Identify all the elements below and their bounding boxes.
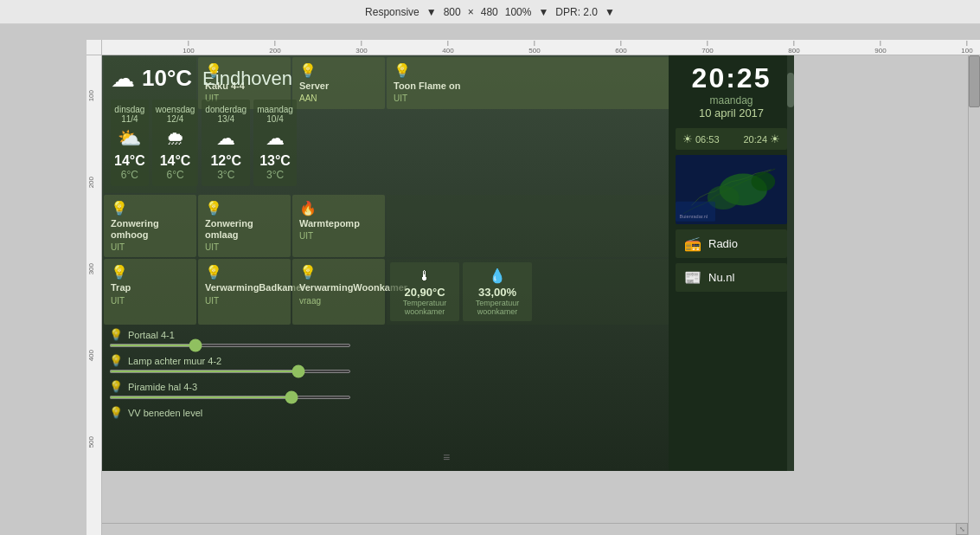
sunrise-time: 06:53 [695, 134, 720, 145]
radio-label: Radio [708, 237, 738, 250]
day-4-icon: ☁ [257, 127, 293, 150]
zoom-dropdown-icon[interactable]: ▼ [538, 6, 548, 18]
radio-widget[interactable]: 📻 Radio [676, 229, 787, 258]
humidity-value: 33,00% [478, 286, 516, 299]
day-3-low: 3°C [205, 169, 247, 181]
day-4-low: 3°C [257, 169, 293, 181]
flame-icon: 🔥 [299, 200, 317, 216]
bulb-icon-2: 💡 [299, 62, 317, 79]
zoom-value: 100% [505, 6, 532, 18]
sunset-icon: ☀ [770, 132, 780, 145]
day-3-date: 13/4 [205, 114, 247, 124]
tile-zonwering-omhoog[interactable]: 💡 Zonwering omhoog UIT [104, 195, 196, 257]
dimension-separator: × [468, 6, 474, 18]
day-2-date: 12/4 [156, 114, 195, 124]
slider-vv-label: VV beneden level [128, 408, 202, 418]
sunset-display: 20:24 ☀ [743, 132, 780, 145]
slider-portaal-input[interactable] [109, 344, 351, 347]
browser-toolbar: Responsive ▼ 800 × 480 100% ▼ DPR: 2.0 ▼ [0, 0, 980, 24]
tile-verwarming-woonkamer[interactable]: 💡 VerwarmingWoonkamer vraag [292, 259, 385, 325]
bulb-icon: 💡 [205, 62, 222, 79]
slider-lamp-input[interactable] [109, 370, 351, 373]
day-3-icon: ☁ [205, 127, 247, 150]
weather-day-2[interactable]: woensdag 12/4 🌧 14°C 6°C [152, 100, 199, 186]
app-content: 💡 Kaku 4-4 UIT 💡 Server AAN 💡 Toon Flame… [102, 55, 794, 471]
weather-day-1[interactable]: dinsdag 11/4 ⛅ 14°C 6°C [111, 100, 149, 186]
ruler-horizontal: 100 200 300 400 500 600 700 800 900 100 [102, 40, 980, 55]
right-panel: 20:25 maandag 10 april 2017 ☀ 06:53 20:2… [669, 55, 794, 471]
day-1-icon: ⛅ [114, 127, 145, 150]
day-3-high: 12°C [205, 153, 247, 169]
canvas-scrollbar-h[interactable] [102, 523, 968, 535]
weather-day-3[interactable]: donderdag 13/4 ☁ 12°C 3°C [202, 100, 250, 186]
weather-map-svg: Buienradar.nl [676, 155, 787, 224]
tile-server[interactable]: 💡 Server AAN [292, 57, 385, 109]
bulb-icon-s1: 💡 [109, 328, 123, 341]
humidity-icon: 💧 [489, 268, 506, 284]
map-widget[interactable]: Buienradar.nl [676, 155, 787, 224]
day-4-name: maandag [257, 105, 293, 114]
day-1-high: 14°C [114, 153, 145, 169]
bulb-icon-7: 💡 [205, 264, 222, 280]
slider-piramide-input[interactable] [109, 396, 351, 399]
news-icon: 📰 [684, 269, 701, 286]
weather-days: dinsdag 11/4 ⛅ 14°C 6°C woensdag 12/4 🌧 … [111, 100, 189, 186]
clock-day: maandag [676, 94, 787, 106]
weather-current: ☁ 10°C Eindhoven [111, 64, 189, 93]
sensor-temperature[interactable]: 🌡 20,90°C Temperatuurwoonkamer [390, 262, 459, 321]
day-2-name: woensdag [156, 105, 195, 114]
ruler-corner [86, 40, 102, 55]
tile-zonwering-omlaag[interactable]: 💡 Zonwering omlaag UIT [198, 195, 291, 257]
clock-display: 20:25 maandag 10 april 2017 [676, 62, 787, 119]
radio-icon: 📻 [684, 235, 701, 252]
tile-trap[interactable]: 💡 Trap UIT [104, 259, 196, 325]
app-frame: 💡 Kaku 4-4 UIT 💡 Server AAN 💡 Toon Flame… [102, 55, 794, 471]
temp-value: 20,90°C [404, 286, 445, 299]
tile-verwarming-badkamer[interactable]: 💡 VerwarmingBadkamer UIT [198, 259, 291, 325]
sunrise-display: ☀ 06:53 [682, 132, 720, 145]
news-widget[interactable]: 📰 Nu.nl [676, 263, 787, 292]
bulb-icon-4: 💡 [111, 200, 128, 216]
tile-warmtepomp[interactable]: 🔥 Warmtepomp UIT [292, 195, 385, 257]
clock-date: 10 april 2017 [676, 106, 787, 119]
dpr-value: DPR: 2.0 [555, 6, 598, 18]
day-2-low: 6°C [156, 169, 195, 181]
svg-point-3 [752, 172, 776, 191]
responsive-label: Responsive [365, 6, 420, 18]
scroll-indicator: ≡ [443, 450, 453, 464]
width-value: 800 [444, 6, 461, 18]
bulb-icon-5: 💡 [205, 200, 222, 216]
bulb-icon-s4: 💡 [109, 406, 123, 419]
day-3-name: donderdag [205, 105, 247, 114]
resize-handle[interactable]: ⤡ [956, 523, 968, 535]
day-2-high: 14°C [156, 153, 195, 169]
temp-label: Temperatuurwoonkamer [403, 299, 447, 316]
bulb-icon-3: 💡 [394, 62, 411, 79]
svg-text:Buienradar.nl: Buienradar.nl [680, 214, 708, 219]
sun-info: ☀ 06:53 20:24 ☀ [676, 128, 787, 150]
day-4-date: 10/4 [257, 114, 293, 124]
sunset-time: 20:24 [743, 134, 767, 145]
weather-day-4[interactable]: maandag 10/4 ☁ 13°C 3°C [253, 100, 297, 186]
clock-time: 20:25 [676, 62, 787, 94]
humidity-label: Temperatuurwoonkamer [476, 299, 520, 316]
day-4-high: 13°C [257, 153, 293, 169]
day-1-name: dinsdag [114, 105, 145, 114]
bulb-icon-s2: 💡 [109, 354, 123, 367]
weather-icon: ☁ [111, 64, 135, 93]
app-scrollbar[interactable] [787, 55, 794, 471]
dpr-dropdown-icon[interactable]: ▼ [605, 6, 615, 18]
bulb-icon-s3: 💡 [109, 380, 123, 393]
sensor-humidity[interactable]: 💧 33,00% Temperatuurwoonkamer [463, 262, 532, 321]
weather-temp: 10°C [142, 65, 192, 92]
height-value: 480 [481, 6, 498, 18]
resize-icon: ⤡ [959, 525, 965, 533]
canvas-scrollbar-thumb [969, 55, 980, 107]
bulb-icon-6: 💡 [111, 264, 128, 280]
news-label: Nu.nl [708, 271, 734, 284]
canvas-scrollbar-v[interactable] [968, 55, 980, 535]
sunrise-icon: ☀ [682, 132, 693, 145]
scrollbar-thumb [787, 73, 794, 107]
dropdown-icon[interactable]: ▼ [426, 6, 437, 18]
ruler-vertical: 100 200 300 400 500 [86, 55, 102, 535]
